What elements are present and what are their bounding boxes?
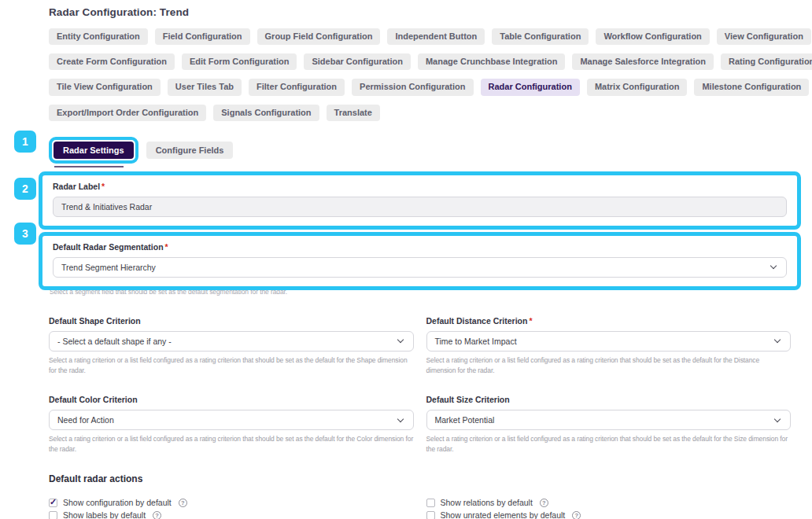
size-helper-text: Select a rating criterion or a list fiel… bbox=[426, 434, 792, 455]
help-icon[interactable] bbox=[179, 499, 187, 507]
tab-translate[interactable]: Translate bbox=[327, 105, 380, 121]
size-selected-value: Market Potential bbox=[435, 415, 495, 425]
size-criterion-label: Default Size Criterion bbox=[426, 395, 792, 404]
active-subtab-underline bbox=[54, 166, 124, 167]
show-labels-checkbox[interactable] bbox=[49, 511, 57, 519]
tab-sidebar-configuration[interactable]: Sidebar Configuration bbox=[304, 53, 411, 70]
subtab-configure-fields[interactable]: Configure Fields bbox=[146, 142, 234, 159]
tab-view-configuration[interactable]: View Configuration bbox=[717, 28, 811, 45]
size-criterion-group: Default Size Criterion Market Potential … bbox=[426, 395, 792, 455]
color-selected-value: Need for Action bbox=[57, 415, 114, 425]
default-radar-actions-heading: Default radar actions bbox=[49, 473, 791, 484]
tab-field-configuration[interactable]: Field Configuration bbox=[155, 28, 250, 45]
shape-criterion-label: Default Shape Criterion bbox=[49, 316, 414, 326]
subtab-radar-settings[interactable]: Radar Settings bbox=[54, 142, 134, 159]
config-tab-row-1: Entity Configuration Field Configuration… bbox=[49, 28, 791, 45]
checkbox-row-show-unrated-elements: Show unrated elements by default bbox=[426, 510, 792, 519]
tab-independent-button[interactable]: Independent Button bbox=[387, 28, 485, 45]
radar-subtabs-block: Radar Settings Configure Fields bbox=[49, 137, 791, 167]
chevron-down-icon bbox=[770, 263, 777, 269]
annotation-step-3: 3 bbox=[14, 223, 36, 245]
config-tab-row-4: Export/Import Order Configuration Signal… bbox=[49, 105, 791, 121]
show-unrated-elements-checkbox[interactable] bbox=[426, 511, 435, 519]
tab-edit-form-configuration[interactable]: Edit Form Configuration bbox=[182, 53, 297, 70]
required-asterisk: * bbox=[165, 242, 168, 252]
checkbox-label: Show configuration by default bbox=[63, 498, 172, 507]
tab-milestone-configuration[interactable]: Milestone Configuration bbox=[694, 79, 809, 95]
main-content: Radar Configuration: Trend Entity Config… bbox=[0, 0, 812, 519]
segmentation-select[interactable]: Trend Segment Hierarchy bbox=[53, 257, 787, 278]
tab-radar-configuration-active[interactable]: Radar Configuration bbox=[481, 79, 580, 95]
annotation-step-2: 2 bbox=[14, 178, 36, 200]
shape-helper-text: Select a rating criterion or a list fiel… bbox=[49, 355, 414, 376]
tab-filter-configuration[interactable]: Filter Configuration bbox=[249, 79, 345, 95]
checkbox-row-show-configuration: Show configuration by default bbox=[49, 498, 414, 507]
color-criterion-group: Default Color Criterion Need for Action … bbox=[49, 395, 414, 455]
checkbox-column-right: Show relations by default Show unrated e… bbox=[426, 498, 792, 519]
radar-label-text: Radar Label bbox=[53, 182, 100, 191]
tab-table-configuration[interactable]: Table Configuration bbox=[492, 28, 589, 45]
checkbox-column-left: Show configuration by default Show label… bbox=[49, 498, 414, 519]
segmentation-label: Default Radar Segmentation* bbox=[53, 242, 787, 252]
tab-matrix-configuration[interactable]: Matrix Configuration bbox=[587, 79, 688, 95]
distance-criterion-group: Default Distance Criterion* Time to Mark… bbox=[426, 316, 792, 376]
shape-selected-value: - Select a default shape if any - bbox=[57, 337, 172, 346]
criteria-grid: Default Shape Criterion - Select a defau… bbox=[49, 316, 791, 455]
show-relations-checkbox[interactable] bbox=[426, 499, 435, 507]
tab-tile-view-configuration[interactable]: Tile View Configuration bbox=[49, 79, 161, 95]
tab-group-field-configuration[interactable]: Group Field Configuration bbox=[257, 28, 381, 45]
tab-manage-salesforce-integration[interactable]: Manage Salesforce Integration bbox=[572, 53, 714, 70]
tab-permission-configuration[interactable]: Permission Configuration bbox=[352, 79, 473, 95]
color-criterion-select[interactable]: Need for Action bbox=[49, 410, 414, 430]
color-helper-text: Select a rating criterion or a list fiel… bbox=[49, 434, 414, 455]
shape-criterion-select[interactable]: - Select a default shape if any - bbox=[49, 331, 414, 352]
annotation-highlight-radar-settings: Radar Settings bbox=[49, 137, 138, 164]
radar-label-input[interactable] bbox=[53, 197, 787, 217]
help-icon[interactable] bbox=[153, 511, 161, 519]
checkbox-label: Show unrated elements by default bbox=[441, 510, 566, 519]
segmentation-label-text: Default Radar Segmentation bbox=[53, 242, 164, 252]
required-asterisk: * bbox=[102, 182, 105, 191]
segmentation-selected-value: Trend Segment Hierarchy bbox=[61, 263, 156, 272]
tab-entity-configuration[interactable]: Entity Configuration bbox=[49, 28, 148, 45]
checkbox-label: Show labels by default bbox=[63, 510, 146, 519]
tab-user-tiles-tab[interactable]: User Tiles Tab bbox=[168, 79, 242, 95]
page-title: Radar Configuration: Trend bbox=[49, 6, 791, 18]
tab-signals-configuration[interactable]: Signals Configuration bbox=[213, 105, 319, 121]
tab-workflow-configuration[interactable]: Workflow Configuration bbox=[596, 28, 709, 45]
color-criterion-label: Default Color Criterion bbox=[49, 395, 414, 404]
required-asterisk: * bbox=[529, 316, 532, 326]
checkbox-label: Show relations by default bbox=[441, 498, 533, 507]
config-tab-row-2: Create Form Configuration Edit Form Conf… bbox=[49, 53, 791, 70]
config-tab-row-3: Tile View Configuration User Tiles Tab F… bbox=[49, 79, 791, 95]
chevron-down-icon bbox=[397, 415, 403, 421]
distance-criterion-label: Default Distance Criterion* bbox=[426, 316, 792, 326]
chevron-down-icon bbox=[397, 337, 403, 343]
distance-selected-value: Time to Market Impact bbox=[435, 337, 517, 346]
distance-criterion-select[interactable]: Time to Market Impact bbox=[426, 331, 792, 352]
annotation-highlight-segmentation: Default Radar Segmentation* Trend Segmen… bbox=[39, 232, 801, 290]
radar-actions-checkboxes: Show configuration by default Show label… bbox=[49, 498, 791, 519]
size-criterion-select[interactable]: Market Potential bbox=[426, 410, 792, 430]
radar-label-label: Radar Label* bbox=[53, 182, 787, 191]
checkbox-row-show-relations: Show relations by default bbox=[426, 498, 792, 507]
tab-rating-configuration[interactable]: Rating Configuration bbox=[721, 53, 812, 70]
shape-criterion-group: Default Shape Criterion - Select a defau… bbox=[49, 316, 414, 376]
chevron-down-icon bbox=[774, 415, 781, 421]
chevron-down-icon bbox=[774, 337, 781, 343]
help-icon[interactable] bbox=[572, 511, 581, 519]
annotation-step-1: 1 bbox=[14, 131, 36, 153]
show-configuration-checkbox[interactable] bbox=[49, 499, 57, 507]
checkbox-row-show-labels: Show labels by default bbox=[49, 510, 414, 519]
distance-label-text: Default Distance Criterion bbox=[426, 316, 528, 326]
tab-create-form-configuration[interactable]: Create Form Configuration bbox=[49, 53, 175, 70]
help-icon[interactable] bbox=[540, 499, 548, 507]
annotation-highlight-radar-label: Radar Label* bbox=[39, 171, 801, 230]
tab-export-import-order-configuration[interactable]: Export/Import Order Configuration bbox=[49, 105, 206, 121]
distance-helper-text: Select a rating criterion or a list fiel… bbox=[426, 355, 792, 376]
tab-manage-crunchbase-integration[interactable]: Manage Crunchbase Integration bbox=[418, 53, 565, 70]
